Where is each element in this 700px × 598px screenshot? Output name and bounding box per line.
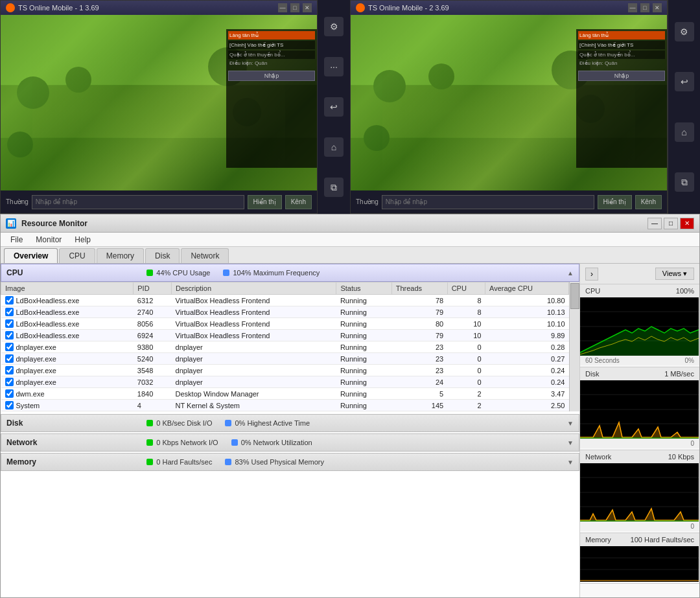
disk-io-dot: [146, 420, 153, 426]
th-avg-cpu[interactable]: Average CPU: [485, 282, 569, 295]
proc-threads: 24: [391, 376, 447, 388]
proc-checkbox[interactable]: [5, 366, 14, 374]
proc-checkbox[interactable]: [5, 308, 14, 316]
proc-checkbox[interactable]: [5, 401, 14, 409]
hien-thi-btn-2[interactable]: Hiển thị: [598, 195, 632, 209]
layout-icon[interactable]: ⧉: [324, 178, 344, 197]
game-content-2[interactable]: Làng tân thủ [Chinh] Vào thế giới TS Quặ…: [351, 15, 667, 190]
maximize-btn-1[interactable]: □: [290, 3, 299, 12]
proc-checkbox[interactable]: [5, 331, 14, 339]
rm-minimize-btn[interactable]: —: [648, 218, 662, 229]
memory-arrow-icon: ▼: [567, 459, 574, 466]
proc-status: Running: [336, 376, 391, 388]
menu-monitor[interactable]: Monitor: [29, 234, 68, 246]
table-row[interactable]: dwm.exe 1840 Desktop Window Manager Runn…: [1, 388, 569, 400]
disk-section-header[interactable]: Disk 0 KB/sec Disk I/O 0% Highest Active…: [1, 414, 579, 432]
game-content-1[interactable]: Làng tân thủ [Chinh] Vào thế giới TS Quặ…: [1, 15, 317, 190]
tab-memory[interactable]: Memory: [97, 248, 144, 263]
memory-section-header[interactable]: Memory 0 Hard Faults/sec 83% Used Physic…: [1, 453, 579, 471]
home-icon[interactable]: ⌂: [324, 137, 344, 157]
disk-graph-canvas: [580, 380, 699, 439]
table-row[interactable]: dnplayer.exe 9380 dnplayer Running 23 0 …: [1, 341, 569, 353]
network-util-dot: [231, 439, 238, 446]
th-description[interactable]: Description: [172, 282, 336, 295]
kenh-btn-2[interactable]: Kênh: [635, 195, 662, 209]
disk-max-label: 0: [690, 440, 694, 447]
chat-input-1[interactable]: [32, 195, 244, 209]
home-icon-r[interactable]: ⌂: [675, 122, 694, 142]
svg-point-4: [65, 67, 91, 93]
network-graph-canvas: [580, 463, 699, 522]
cpu-usage-stat: 44% CPU Usage: [146, 269, 210, 277]
tab-disk[interactable]: Disk: [145, 248, 180, 263]
menu-file[interactable]: File: [4, 234, 29, 246]
cpu-usage-dot: [146, 270, 153, 276]
side-controls: ⚙ ··· ↩ ⌂ ⧉: [318, 0, 350, 214]
disk-graph-label: Disk 1 MB/sec: [580, 367, 699, 380]
th-threads[interactable]: Threads: [391, 282, 447, 295]
game-mode-1: Thường: [6, 198, 29, 205]
settings-icon[interactable]: ⚙: [324, 17, 344, 36]
proc-checkbox[interactable]: [5, 378, 14, 386]
settings-icon-r[interactable]: ⚙: [675, 22, 694, 41]
table-row[interactable]: LdBoxHeadless.exe 2740 VirtualBox Headle…: [1, 306, 569, 318]
minimize-btn-2[interactable]: —: [628, 3, 637, 12]
proc-checkbox[interactable]: [5, 343, 14, 351]
memory-graph-svg: [580, 546, 699, 582]
close-btn-1[interactable]: ✕: [303, 3, 312, 12]
rm-title: Resource Monitor: [21, 219, 642, 228]
rm-main: CPU 44% CPU Usage 104% Maximum Frequency…: [1, 264, 579, 597]
nhap-btn-2[interactable]: Nhập: [578, 71, 665, 81]
chat-input-2[interactable]: [382, 195, 594, 209]
proc-image: LdBoxHeadless.exe: [1, 306, 134, 318]
proc-pid: 6312: [134, 295, 172, 306]
tab-overview[interactable]: Overview: [4, 248, 58, 263]
proc-description: VirtualBox Headless Frontend: [172, 295, 336, 306]
back-icon[interactable]: ↩: [324, 97, 344, 117]
proc-checkbox[interactable]: [5, 296, 14, 305]
rm-close-btn[interactable]: ✕: [680, 218, 694, 229]
table-row[interactable]: dnplayer.exe 7032 dnplayer Running 24 0 …: [1, 376, 569, 388]
cpu-freq-dot: [223, 270, 229, 276]
table-row[interactable]: LdBoxHeadless.exe 6924 VirtualBox Headle…: [1, 330, 569, 341]
table-row[interactable]: System 4 NT Kernel & System Running 145 …: [1, 400, 569, 411]
table-row[interactable]: LdBoxHeadless.exe 6312 VirtualBox Headle…: [1, 295, 569, 306]
th-cpu[interactable]: CPU: [447, 282, 485, 295]
th-pid[interactable]: PID: [134, 282, 172, 295]
proc-status: Running: [336, 365, 391, 376]
proc-status: Running: [336, 318, 391, 330]
th-image[interactable]: Image: [1, 282, 134, 295]
proc-checkbox[interactable]: [5, 389, 14, 398]
expand-sidebar-btn[interactable]: ›: [585, 268, 598, 281]
minimize-btn-1[interactable]: —: [278, 3, 287, 12]
network-graph-section: Network 10 Kbps 0: [580, 450, 699, 533]
table-row[interactable]: LdBoxHeadless.exe 8056 VirtualBox Headle…: [1, 318, 569, 330]
table-row[interactable]: dnplayer.exe 5240 dnplayer Running 23 0 …: [1, 353, 569, 365]
tab-cpu[interactable]: CPU: [59, 248, 95, 263]
maximize-btn-2[interactable]: □: [640, 3, 649, 12]
table-scrollbar[interactable]: [569, 282, 579, 411]
tab-network[interactable]: Network: [181, 248, 229, 263]
layout-icon-r[interactable]: ⧉: [675, 172, 694, 192]
proc-checkbox[interactable]: [5, 319, 14, 328]
table-row[interactable]: dnplayer.exe 3548 dnplayer Running 23 0 …: [1, 365, 569, 376]
disk-stats: 0 KB/sec Disk I/O 0% Highest Active Time: [146, 419, 567, 427]
rm-restore-btn[interactable]: □: [664, 218, 678, 229]
proc-image: LdBoxHeadless.exe: [1, 295, 134, 306]
sidebar-header: › Views ▾: [580, 264, 699, 284]
more-icon[interactable]: ···: [324, 57, 344, 76]
th-status[interactable]: Status: [336, 282, 391, 295]
close-btn-2[interactable]: ✕: [653, 3, 662, 12]
proc-threads: 80: [391, 318, 447, 330]
proc-pid: 5240: [134, 353, 172, 365]
proc-checkbox[interactable]: [5, 354, 14, 363]
nhap-btn-1[interactable]: Nhập: [228, 71, 315, 81]
hien-thi-btn-1[interactable]: Hiển thị: [248, 195, 282, 209]
proc-cpu: 2: [447, 400, 485, 411]
kenh-btn-1[interactable]: Kênh: [285, 195, 312, 209]
views-btn[interactable]: Views ▾: [655, 268, 694, 280]
network-section-header[interactable]: Network 0 Kbps Network I/O 0% Network Ut…: [1, 433, 579, 452]
menu-help[interactable]: Help: [68, 234, 97, 246]
cpu-section-header[interactable]: CPU 44% CPU Usage 104% Maximum Frequency…: [1, 264, 579, 282]
back-icon-r[interactable]: ↩: [675, 72, 694, 91]
